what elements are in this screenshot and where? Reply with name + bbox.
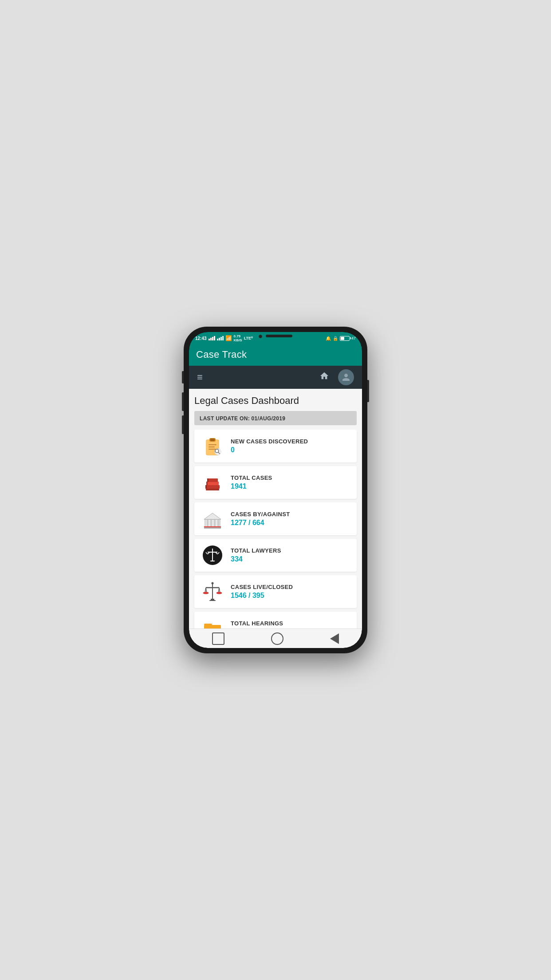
svg-rect-19 (210, 519, 212, 527)
cases-live-closed-icon (201, 580, 224, 604)
list-item[interactable]: CASES BY/AGAINST 1277 / 664 (194, 502, 357, 535)
total-lawyers-icon (201, 543, 224, 567)
list-item[interactable]: TOTAL HEARINGS 5643 (194, 612, 357, 628)
bottom-nav (189, 628, 362, 648)
nav-home-button[interactable] (271, 632, 283, 645)
last-update-text: LAST UPDATE ON: 01/AUG/2019 (200, 415, 285, 422)
cases-by-against-text: CASES BY/AGAINST 1277 / 664 (231, 511, 290, 527)
svg-rect-11 (206, 482, 219, 485)
new-cases-icon (201, 434, 224, 458)
svg-rect-16 (207, 478, 209, 482)
svg-rect-4 (209, 444, 216, 445)
new-cases-value: 0 (231, 446, 308, 454)
main-content: Legal Cases Dashboard LAST UPDATE ON: 01… (189, 389, 362, 628)
total-lawyers-text: TOTAL LAWYERS 334 (231, 547, 281, 563)
mute-button (182, 371, 184, 383)
volume-up-button (182, 392, 184, 411)
svg-marker-22 (204, 513, 221, 519)
cases-live-closed-text: CASES LIVE/CLOSED 1546 / 395 (231, 584, 293, 600)
phone-device: 12:43 📶 (184, 327, 367, 653)
nav-recents-button[interactable] (330, 633, 339, 644)
list-item[interactable]: TOTAL CASES 1941 (194, 466, 357, 499)
svg-rect-12 (207, 478, 218, 482)
svg-rect-6 (209, 449, 216, 450)
phone-screen: 12:43 📶 (189, 332, 362, 648)
svg-rect-5 (209, 447, 215, 447)
list-item[interactable]: TOTAL LAWYERS 334 (194, 539, 357, 572)
list-item[interactable]: CASES LIVE/CLOSED 1546 / 395 (194, 575, 357, 608)
total-cases-icon (201, 470, 224, 494)
menu-button[interactable]: ≡ (197, 371, 203, 383)
cases-live-closed-value: 1546 / 395 (231, 592, 293, 600)
total-cases-value: 1941 (231, 482, 272, 490)
total-lawyers-value: 334 (231, 555, 281, 563)
cases-live-closed-label: CASES LIVE/CLOSED (231, 584, 293, 590)
total-cases-text: TOTAL CASES 1941 (231, 474, 272, 490)
cases-by-against-value: 1277 / 664 (231, 519, 290, 527)
app-screen: 12:43 📶 (189, 332, 362, 648)
list-item[interactable]: NEW CASES DISCOVERED 0 (194, 430, 357, 462)
svg-point-35 (203, 592, 209, 594)
new-cases-text: NEW CASES DISCOVERED 0 (231, 438, 308, 454)
total-hearings-label: TOTAL HEARINGS (231, 620, 283, 627)
home-button[interactable] (319, 371, 329, 383)
app-header: Case Track (189, 344, 362, 366)
last-update-bar: LAST UPDATE ON: 01/AUG/2019 (194, 411, 357, 425)
dashboard-title: Legal Cases Dashboard (194, 395, 357, 407)
svg-rect-37 (211, 599, 214, 600)
user-avatar[interactable] (338, 369, 354, 385)
toolbar-right (319, 369, 354, 385)
toolbar: ≡ (189, 366, 362, 389)
total-lawyers-label: TOTAL LAWYERS (231, 547, 281, 554)
svg-rect-15 (206, 482, 208, 485)
svg-rect-18 (207, 519, 209, 527)
app-title: Case Track (196, 349, 355, 360)
svg-rect-20 (214, 519, 216, 527)
cases-by-against-label: CASES BY/AGAINST (231, 511, 290, 518)
svg-rect-10 (205, 485, 220, 489)
svg-rect-14 (205, 485, 207, 489)
nav-back-button[interactable] (212, 632, 224, 645)
svg-rect-13 (206, 489, 219, 490)
total-cases-label: TOTAL CASES (231, 474, 272, 481)
svg-rect-28 (210, 561, 215, 561)
speaker-icon (266, 335, 292, 337)
new-cases-label: NEW CASES DISCOVERED (231, 438, 308, 445)
svg-rect-44 (204, 624, 212, 625)
svg-rect-3 (210, 439, 215, 441)
power-button (367, 380, 369, 402)
camera-icon (259, 335, 262, 338)
cases-by-against-icon (201, 507, 224, 531)
svg-point-39 (212, 582, 214, 585)
svg-rect-38 (209, 600, 216, 601)
svg-point-36 (216, 592, 222, 594)
total-hearings-icon (201, 616, 224, 628)
svg-rect-43 (204, 625, 221, 628)
total-hearings-text: TOTAL HEARINGS 5643 (231, 620, 283, 628)
svg-rect-21 (217, 519, 219, 527)
svg-rect-24 (204, 527, 221, 529)
phone-notch (189, 332, 362, 344)
volume-down-button (182, 415, 184, 434)
